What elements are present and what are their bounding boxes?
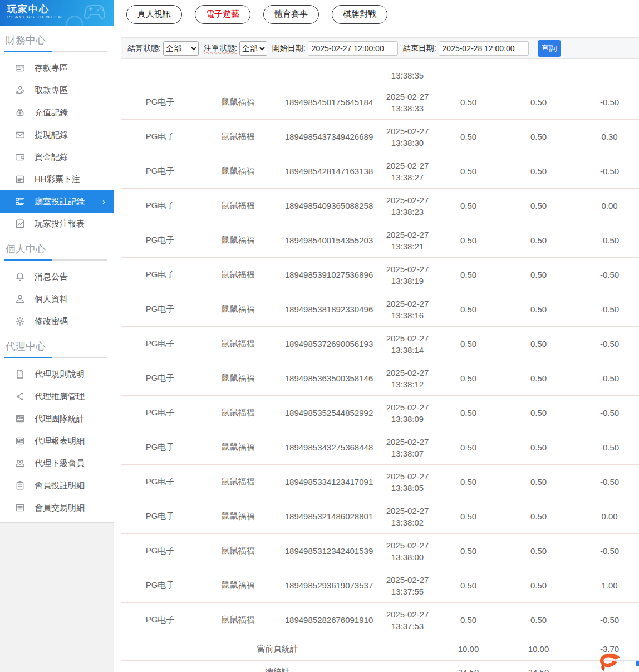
table-row: PG电子鼠鼠福福18949853525448529922025-02-2713:…: [121, 396, 639, 430]
hand-money-icon: [15, 85, 25, 95]
sidebar-item-2-2[interactable]: 代理團隊統計: [0, 408, 114, 430]
search-button[interactable]: 查詢: [538, 40, 561, 57]
money-bag-icon: [15, 107, 25, 117]
cell-game: 鼠鼠福福: [199, 396, 277, 430]
sidebar-item-label: 代理推廣管理: [35, 391, 85, 402]
sidebar-item-2-1[interactable]: 代理推廣管理: [0, 385, 114, 408]
sidebar-header: 玩家中心 PLAYERS CENTER: [0, 0, 114, 26]
cell-game: 鼠鼠福福: [199, 154, 277, 189]
table-row: PG电子鼠鼠福福18949854281471631382025-02-2713:…: [121, 154, 639, 189]
table-row: PG电子鼠鼠福福18949853635003581462025-02-2713:…: [121, 361, 639, 396]
sidebar-item-0-7[interactable]: 玩家投注報表: [0, 213, 114, 235]
widget-blue-tab[interactable]: [636, 661, 639, 666]
cell-valid-bet: 0.50: [503, 465, 574, 499]
bets-table-container: 13:38:35 PG电子鼠鼠福福18949854501756451842025…: [121, 66, 639, 672]
wallet-icon: [15, 152, 25, 162]
cell-payout: -0.50: [574, 154, 639, 189]
sidebar-item-0-3[interactable]: 提現記錄: [0, 124, 114, 146]
table-row: PG电子鼠鼠福福18949853910275368962025-02-2713:…: [121, 258, 639, 292]
cell-game: 鼠鼠福福: [199, 603, 277, 637]
section-title: 個人中心: [0, 235, 114, 259]
cell-order-id: 1894985372690056193: [277, 327, 381, 361]
clipboard-icon: [15, 480, 25, 490]
bet-date: 2025-02-27: [381, 401, 434, 413]
cell-game: 鼠鼠福福: [199, 189, 277, 223]
tab-2[interactable]: 體育賽事: [263, 5, 319, 24]
sidebar-item-2-0[interactable]: 代理規則說明: [0, 363, 114, 385]
page-summary-bet: 10.00: [434, 637, 503, 661]
sidebar-item-2-4[interactable]: 代理下級會員: [0, 452, 114, 474]
cell-time: 2025-02-2713:37:55: [381, 568, 434, 603]
sidebar-item-1-2[interactable]: 修改密碼: [0, 310, 114, 332]
sidebar-item-2-3[interactable]: 代理報表明細: [0, 430, 114, 452]
cell-payout: -0.50: [574, 327, 639, 361]
cell-provider: PG电子: [121, 396, 199, 430]
cell-payout: [574, 66, 639, 85]
sidebar-item-label: 廳室投註記錄: [35, 197, 85, 207]
cell-bet: 0.50: [434, 568, 503, 603]
table-row: PG电子鼠鼠福福18949853432753684482025-02-2713:…: [121, 430, 639, 465]
cell-provider: PG电子: [121, 327, 199, 361]
bet-date: 2025-02-27: [381, 367, 434, 379]
cell-valid-bet: 0.50: [503, 499, 574, 534]
settle-status-select[interactable]: 全部: [163, 41, 199, 56]
sidebar-item-label: 個人資料: [35, 294, 68, 305]
cell-provider: PG电子: [121, 223, 199, 258]
total-summary-bet: 34.50: [434, 661, 503, 672]
bet-time: 13:38:21: [381, 241, 434, 252]
sidebar-item-0-5[interactable]: HH彩票下注: [0, 168, 114, 190]
sidebar-item-0-2[interactable]: 充值記錄: [0, 101, 114, 124]
sidebar-panel: 玩家中心 PLAYERS CENTER 財務中心存款專區取款專區充值記錄提現記錄…: [0, 0, 114, 523]
sidebar-item-0-6[interactable]: 廳室投註記錄›: [0, 190, 114, 213]
tab-0[interactable]: 真人視訊: [126, 5, 182, 24]
bet-date: 2025-02-27: [381, 91, 434, 102]
cell-provider: PG电子: [121, 603, 199, 637]
section-title: 財務中心: [0, 26, 114, 51]
table-row-clipped: 13:38:35: [121, 66, 639, 85]
newspaper-icon: [15, 436, 25, 446]
bet-time: 13:38:33: [381, 102, 434, 114]
report-chart-icon: [15, 219, 25, 229]
cell-valid-bet: 0.50: [503, 396, 574, 430]
order-status-select[interactable]: 全部: [239, 41, 267, 56]
sidebar-item-2-5[interactable]: 會員投註明細: [0, 474, 114, 497]
cell-bet: [434, 66, 503, 85]
tab-3[interactable]: 棋牌對戰: [332, 5, 387, 24]
cell-game: 鼠鼠福福: [199, 327, 277, 361]
page-summary-label: 當前頁統計: [121, 637, 434, 661]
end-date-input[interactable]: [439, 41, 529, 56]
sidebar-item-2-6[interactable]: 會員交易明細: [0, 497, 114, 519]
bet-time: 13:38:02: [381, 517, 434, 528]
sidebar-item-1-0[interactable]: 消息公告: [0, 266, 114, 288]
table-row: PG电子鼠鼠福福18949853341234170912025-02-2713:…: [121, 465, 639, 499]
cell-provider: PG电子: [121, 534, 199, 568]
table-row: PG电子鼠鼠福福18949853123424015392025-02-2713:…: [121, 534, 639, 568]
service-swoosh-icon[interactable]: [597, 653, 625, 672]
cell-provider: PG电子: [121, 499, 199, 534]
cell-time: 2025-02-2713:37:53: [381, 603, 434, 637]
bet-date: 2025-02-27: [381, 505, 434, 517]
cell-game: [199, 66, 277, 85]
cell-payout: 0.00: [574, 189, 639, 223]
chevron-right-icon: ›: [102, 197, 105, 206]
cell-game: 鼠鼠福福: [199, 465, 277, 499]
start-date-input[interactable]: [308, 41, 398, 56]
cell-payout: 1.00: [574, 568, 639, 603]
cell-bet: 0.50: [434, 361, 503, 396]
cell-game: 鼠鼠福福: [199, 430, 277, 465]
sidebar-item-0-4[interactable]: 資金記錄: [0, 146, 114, 168]
start-date-label: 開始日期:: [272, 43, 306, 53]
bet-time: 13:38:00: [381, 551, 434, 563]
sidebar-item-0-0[interactable]: 存款專區: [0, 57, 114, 79]
summary-section: 當前頁統計 10.00 10.00 -3.70 總統計 34.50 34.50 …: [121, 637, 639, 672]
table-row: PG电子鼠鼠福福18949853818923304962025-02-2713:…: [121, 292, 639, 327]
bank-card-icon: [15, 63, 25, 73]
cell-time: 2025-02-2713:38:33: [381, 85, 434, 120]
sidebar-item-1-1[interactable]: 個人資料: [0, 288, 114, 310]
sidebar-item-0-1[interactable]: 取款專區: [0, 79, 114, 101]
cell-order-id: 1894985293619073537: [277, 568, 381, 603]
settle-status-label: 結算狀態:: [127, 43, 161, 53]
tab-1[interactable]: 電子遊藝: [195, 5, 250, 24]
bet-date: 2025-02-27: [381, 298, 434, 310]
section-underline: [4, 259, 107, 261]
